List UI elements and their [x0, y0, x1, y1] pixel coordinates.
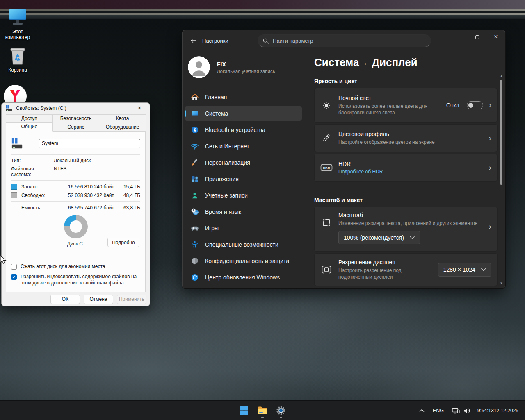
- volume-icon: [463, 408, 470, 414]
- sidebar-item-personalization[interactable]: Персонализация: [185, 155, 302, 170]
- tab-security[interactable]: Безопасность: [52, 114, 100, 123]
- search-input[interactable]: [273, 38, 408, 44]
- wallpaper-stripe: [0, 15, 525, 19]
- disk-usage-chart-block: Диск C: Подробно: [11, 215, 140, 251]
- breadcrumb: Система › Дисплей: [314, 56, 498, 69]
- dialog-close-icon[interactable]: ×: [132, 103, 146, 114]
- accounts-icon: [190, 191, 199, 200]
- settings-titlebar[interactable]: Настройки ×: [182, 30, 505, 51]
- account-block[interactable]: FIX Локальная учетная запись: [188, 54, 300, 80]
- index-checkbox[interactable]: ✓: [11, 274, 17, 280]
- chevron-down-icon: [481, 268, 486, 271]
- time-language-icon: [190, 208, 199, 216]
- night-light-desc: Использовать более теплые цвета для блок…: [338, 103, 441, 116]
- back-button[interactable]: [187, 36, 199, 45]
- free-space-row: Свободно: 52 038 930 432 байт 48,4 ГБ: [11, 192, 140, 198]
- resolution-card[interactable]: Разрешение дисплея Настроить разрешение …: [314, 253, 498, 286]
- vertical-scrollbar[interactable]: ▲ ▼: [499, 74, 504, 285]
- clock[interactable]: 9:54:13 12.12.2025: [476, 403, 520, 418]
- file-explorer-button[interactable]: [254, 402, 271, 419]
- color-profile-icon: [315, 134, 338, 143]
- tab-hardware[interactable]: Оборудование: [99, 123, 146, 132]
- hdr-learn-more-link[interactable]: Подробнее об HDR: [338, 169, 489, 175]
- sidebar-item-label: Bluetooth и устройства: [205, 127, 265, 133]
- tab-row-front: Общие Сервис Оборудование: [6, 123, 146, 131]
- network-volume-group[interactable]: [449, 403, 473, 418]
- tab-tools[interactable]: Сервис: [52, 123, 100, 132]
- scale-card[interactable]: Масштаб Изменение размера текста, прилож…: [314, 207, 498, 252]
- sidebar-item-home[interactable]: Главная: [185, 90, 302, 104]
- sidebar-item-windows-update[interactable]: Центр обновления Windows: [185, 270, 302, 285]
- this-pc-icon: [0, 6, 35, 27]
- settings-search-box[interactable]: [258, 34, 431, 47]
- dialog-footer: ОК Отмена Применить: [2, 292, 150, 306]
- taskbar-center: [236, 401, 289, 420]
- breadcrumb-current: Дисплей: [372, 56, 417, 69]
- sidebar-item-label: Центр обновления Windows: [205, 274, 280, 281]
- night-light-toggle[interactable]: [467, 101, 483, 109]
- tab-general[interactable]: Общие: [6, 122, 53, 132]
- breadcrumb-parent[interactable]: Система: [314, 56, 359, 69]
- scroll-up-icon[interactable]: ▲: [499, 74, 504, 78]
- divider: [11, 201, 140, 202]
- tab-quota[interactable]: Квота: [99, 114, 146, 123]
- tab-access[interactable]: Доступ: [6, 114, 53, 123]
- volume-name-input[interactable]: [39, 139, 140, 148]
- compress-checkbox[interactable]: [11, 264, 17, 270]
- night-light-card[interactable]: Ночной свет Использовать более теплые цв…: [314, 88, 498, 123]
- sidebar-item-label: Сеть и Интернет: [205, 143, 249, 150]
- scale-dropdown[interactable]: 100% (рекомендуется): [338, 231, 420, 244]
- desktop-icon-label: Этот компьютер: [0, 29, 35, 40]
- resolution-title: Разрешение дисплея: [338, 259, 438, 266]
- start-button[interactable]: [236, 402, 252, 419]
- sidebar-item-accessibility[interactable]: Специальные возможности: [185, 237, 302, 252]
- language-indicator[interactable]: ENG: [430, 403, 447, 418]
- ok-button[interactable]: ОК: [50, 295, 80, 304]
- index-checkbox-row[interactable]: ✓ Разрешить индексировать содержимое фай…: [11, 274, 140, 286]
- resolution-dropdown[interactable]: 1280 × 1024: [438, 263, 491, 277]
- minimize-button[interactable]: [449, 30, 468, 44]
- capacity-row: Емкость: 68 595 740 672 байт 63,8 ГБ: [11, 204, 140, 211]
- resolution-icon: [315, 265, 338, 274]
- filesystem-value: NTFS: [54, 166, 66, 177]
- maximize-button[interactable]: [468, 30, 486, 44]
- hdr-card[interactable]: HDR HDR Подробнее об HDR ›: [314, 154, 498, 182]
- clock-date: 12.12.2025: [494, 408, 518, 414]
- sidebar-item-privacy[interactable]: Конфиденциальность и защита: [185, 254, 302, 268]
- color-profile-card[interactable]: Цветовой профиль Настройте отображение ц…: [314, 124, 498, 152]
- compress-checkbox-row[interactable]: Сжать этот диск для экономии места: [11, 263, 140, 270]
- sidebar-item-time-language[interactable]: Время и язык: [185, 204, 302, 219]
- desktop-icon-label: Корзина: [0, 67, 35, 73]
- capacity-label: Емкость:: [21, 205, 57, 211]
- drive-icon-large: [11, 137, 23, 150]
- settings-taskbar-button[interactable]: [273, 402, 289, 419]
- filesystem-row: Файловая система: NTFS: [11, 166, 140, 177]
- cancel-button[interactable]: Отмена: [84, 295, 113, 304]
- settings-window: Настройки × FIX Локал: [182, 30, 506, 289]
- sidebar-item-bluetooth[interactable]: Bluetooth и устройства: [185, 123, 302, 137]
- hidden-icons-button[interactable]: [416, 403, 427, 418]
- desktop-icon-recycle-bin[interactable]: Корзина: [0, 44, 35, 73]
- taskbar: ENG 9:54:13 12.12.2025: [0, 400, 525, 420]
- used-space-bytes: 16 556 810 240 байт: [57, 184, 114, 190]
- scroll-down-icon[interactable]: ▼: [499, 282, 504, 285]
- sidebar-item-accounts[interactable]: Учетные записи: [185, 188, 302, 203]
- divider: [11, 257, 140, 257]
- close-button[interactable]: ×: [486, 30, 505, 44]
- svg-text:HDR: HDR: [323, 166, 330, 170]
- sidebar-item-apps[interactable]: Приложения: [185, 172, 302, 186]
- scrollbar-thumb[interactable]: [500, 80, 502, 185]
- details-button[interactable]: Подробно: [107, 238, 139, 247]
- sidebar-item-system[interactable]: Система: [185, 106, 302, 121]
- avatar: [188, 56, 210, 78]
- sidebar-item-network[interactable]: Сеть и Интернет: [185, 139, 302, 154]
- system-icon: [190, 109, 199, 118]
- sidebar-item-gaming[interactable]: Игры: [185, 221, 302, 236]
- divider: [11, 154, 140, 155]
- dialog-titlebar[interactable]: Свойства: System (C:) ×: [2, 103, 150, 114]
- capacity-bytes: 68 595 740 672 байт: [57, 205, 114, 211]
- window-caption-buttons: ×: [449, 30, 505, 44]
- desktop-icon-this-pc[interactable]: Этот компьютер: [0, 6, 35, 40]
- apply-button[interactable]: Применить: [117, 295, 146, 304]
- system-tray: ENG 9:54:13 12.12.2025: [416, 401, 525, 420]
